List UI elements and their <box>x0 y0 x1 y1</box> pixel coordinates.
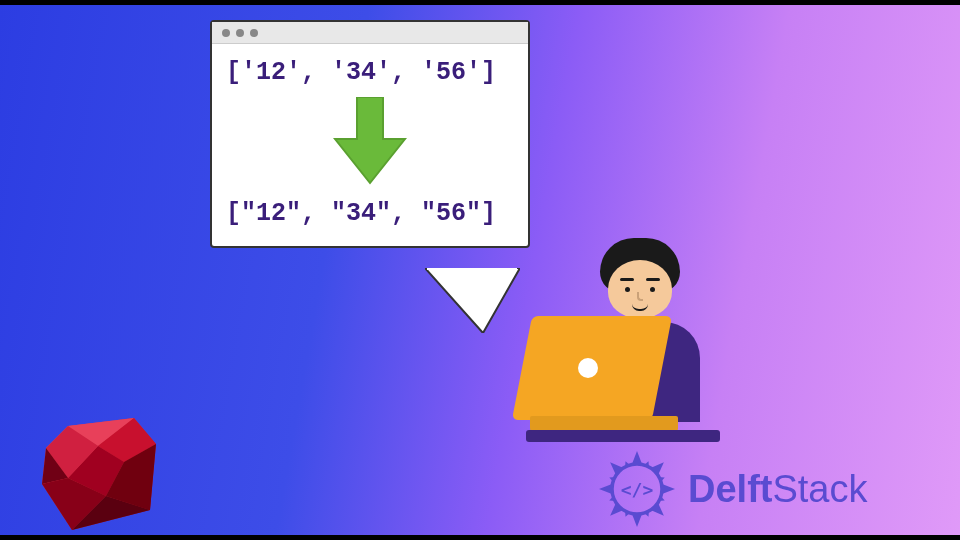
svg-marker-3 <box>662 484 675 494</box>
laptop-logo-icon <box>578 358 598 378</box>
code-body: ['12', '34', '56'] ["12", "34", "56"] <box>212 44 528 246</box>
code-window: ['12', '34', '56'] ["12", "34", "56"] <box>210 20 530 248</box>
brand-delft: Delft <box>688 468 772 510</box>
letterbox-top <box>0 0 960 5</box>
svg-marker-1 <box>632 451 642 464</box>
person-with-laptop-illustration <box>490 230 740 470</box>
window-dot-icon <box>236 29 244 37</box>
window-dot-icon <box>222 29 230 37</box>
code-before: ['12', '34', '56'] <box>226 58 514 87</box>
svg-marker-5 <box>632 514 642 527</box>
delftstack-logo: </> DelftStack <box>598 450 868 528</box>
person-face <box>608 260 672 318</box>
code-after: ["12", "34", "56"] <box>226 199 514 228</box>
ruby-gem-icon <box>38 418 158 533</box>
delftstack-wordmark: DelftStack <box>688 468 868 511</box>
desk <box>526 430 720 442</box>
letterbox-bottom <box>0 535 960 540</box>
window-title-bar <box>212 22 528 44</box>
brand-stack: Stack <box>772 468 867 510</box>
svg-marker-7 <box>599 484 612 494</box>
delftstack-emblem-icon: </> <box>598 450 676 528</box>
arrow-down-icon <box>226 97 514 185</box>
window-dot-icon <box>250 29 258 37</box>
delftstack-code-symbol: </> <box>621 479 654 500</box>
